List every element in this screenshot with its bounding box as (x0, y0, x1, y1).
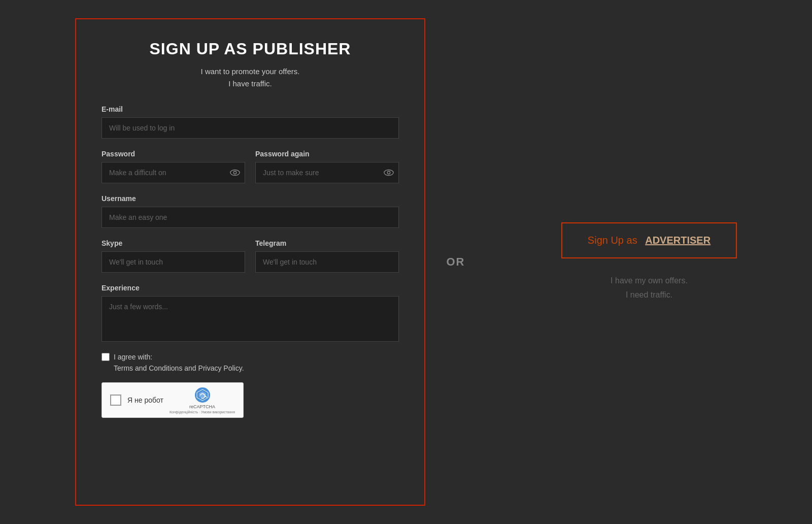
terms-text: Terms and Conditions and Privacy Policy. (114, 364, 399, 372)
password-field-group: Password (101, 150, 245, 183)
form-subtitle: I want to promote your offers. I have tr… (101, 66, 399, 90)
advertiser-panel: Sign Up as ADVERTISER I have my own offe… (486, 202, 812, 321)
skype-input[interactable] (101, 251, 245, 273)
email-label: E-mail (101, 105, 399, 113)
email-input[interactable] (101, 117, 399, 139)
page-wrapper: SIGN UP AS PUBLISHER I want to promote y… (0, 0, 812, 524)
recaptcha-logo-icon (194, 387, 211, 403)
advertiser-subtitle-line2: I need traffic. (626, 290, 672, 299)
password-again-input[interactable] (255, 162, 399, 183)
password-again-label: Password again (255, 150, 399, 158)
password-label: Password (101, 150, 245, 158)
recaptcha-brand: reCAPTCHA (189, 404, 215, 409)
publisher-panel: SIGN UP AS PUBLISHER I want to promote y… (75, 18, 425, 506)
form-title: SIGN UP AS PUBLISHER (101, 40, 399, 58)
advertiser-btn-sign-text: Sign Up as (588, 235, 640, 246)
password-input[interactable] (101, 162, 245, 183)
username-label: Username (101, 194, 399, 203)
svg-point-3 (387, 171, 390, 174)
recaptcha-right: reCAPTCHA Конфіденційність · Умови викор… (170, 387, 235, 414)
contact-row: Skype Telegram (101, 239, 399, 273)
agree-section: I agree with: Terms and Conditions and P… (101, 353, 399, 372)
password-again-field-group: Password again (255, 150, 399, 183)
advertiser-subtitle-line1: I have my own offers. (611, 276, 688, 285)
skype-field-group: Skype (101, 239, 245, 273)
telegram-label: Telegram (255, 239, 399, 247)
recaptcha-links: Конфіденційність · Умови використання (170, 410, 235, 414)
advertiser-subtitle: I have my own offers. I need traffic. (611, 274, 688, 301)
or-divider: OR (425, 255, 486, 269)
agree-text: I agree with: (114, 353, 152, 361)
subtitle-line1: I want to promote your offers. (201, 67, 300, 76)
telegram-field-group: Telegram (255, 239, 399, 273)
agree-checkbox[interactable] (101, 353, 110, 361)
password-toggle-icon[interactable] (230, 169, 240, 176)
password-again-toggle-icon[interactable] (384, 169, 394, 176)
advertiser-btn-bold-text: ADVERTISER (645, 235, 710, 246)
password-row: Password Password again (101, 150, 399, 183)
agree-row: I agree with: (101, 353, 399, 361)
experience-field-group: Experience (101, 284, 399, 342)
svg-point-0 (230, 170, 240, 176)
svg-point-2 (384, 170, 393, 176)
recaptcha-left: Я не робот (110, 395, 163, 406)
experience-textarea[interactable] (101, 296, 399, 342)
svg-point-1 (233, 171, 236, 174)
or-text: OR (447, 255, 465, 269)
password-again-input-wrapper (255, 162, 399, 183)
recaptcha-checkbox[interactable] (110, 395, 121, 406)
advertiser-signup-button[interactable]: Sign Up as ADVERTISER (561, 222, 737, 258)
password-input-wrapper (101, 162, 245, 183)
username-field-group: Username (101, 194, 399, 228)
experience-label: Experience (101, 284, 399, 292)
recaptcha-widget[interactable]: Я не робот reCAPTCHA Конфіденційність · … (101, 382, 244, 418)
recaptcha-label: Я не робот (127, 396, 163, 404)
telegram-input[interactable] (255, 251, 399, 273)
skype-label: Skype (101, 239, 245, 247)
email-field-group: E-mail (101, 105, 399, 139)
subtitle-line2: I have traffic. (228, 79, 272, 88)
username-input[interactable] (101, 207, 399, 228)
